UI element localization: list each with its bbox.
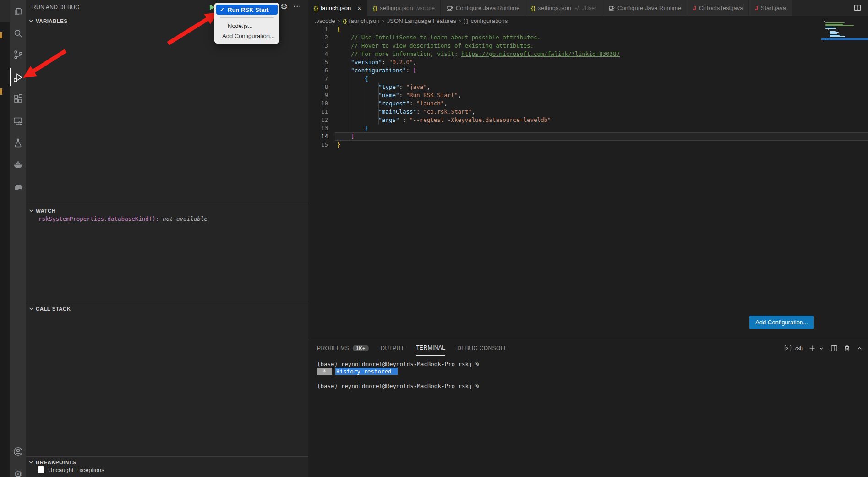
variables-section-label: VARIABLES	[36, 18, 67, 24]
code-token: "Run RSK Start"	[406, 92, 458, 99]
tab-label: settings.json	[538, 5, 571, 11]
breadcrumb-item[interactable]: JSON Language Features	[387, 17, 456, 24]
watch-section-header[interactable]: WATCH	[28, 206, 55, 215]
code-token: ,	[472, 108, 475, 115]
debug-gear-icon[interactable]: ⚙	[280, 2, 288, 12]
debug-more-actions-icon[interactable]: ⋯	[293, 1, 301, 11]
watch-expression-row[interactable]: rskSystemProperties.databaseKind(): not …	[38, 215, 207, 222]
line-number: 12	[308, 116, 328, 124]
add-configuration-button[interactable]: Add Configuration...	[749, 316, 814, 329]
code-line: "mainClass": "co.rsk.Start",	[337, 108, 620, 116]
minimap-line	[830, 32, 839, 33]
source-control-icon[interactable]	[12, 49, 24, 60]
tab-label: settings.json	[380, 5, 413, 11]
tab-start-java[interactable]: JStart.java	[749, 0, 792, 16]
panel-tab-debug-console[interactable]: DEBUG CONSOLE	[457, 340, 508, 356]
split-editor-icon[interactable]	[853, 4, 862, 14]
breadcrumb[interactable]: .vscode›{}launch.json›JSON Language Feat…	[315, 17, 508, 24]
editor-tab-bar: {}launch.json×{}settings.json.vscodeConf…	[308, 0, 868, 16]
remote-explorer-icon[interactable]	[12, 115, 24, 127]
code-line: {	[337, 25, 620, 33]
terminal-line: (base) reynoldmorel@Reynolds-MacBook-Pro…	[317, 383, 479, 390]
code-link[interactable]: https://go.microsoft.com/fwlink/?linkid=…	[461, 50, 620, 57]
tab-settings-json[interactable]: {}settings.json~/.../User	[525, 0, 602, 16]
menu-item-node-js-[interactable]: Node.js...	[216, 21, 278, 31]
minimap[interactable]	[824, 21, 867, 49]
line-number: 15	[308, 141, 328, 149]
terminal-output[interactable]: (base) reynoldmorel@Reynolds-MacBook-Pro…	[317, 361, 479, 390]
minimap-line	[825, 25, 854, 26]
account-icon[interactable]	[12, 446, 24, 457]
line-number: 5	[308, 58, 328, 66]
tab-settings-json[interactable]: {}settings.json.vscode	[367, 0, 441, 16]
check-icon: ✓	[220, 6, 225, 13]
code-token: :	[399, 116, 409, 123]
menu-item-add-configuration-[interactable]: Add Configuration...	[216, 31, 278, 41]
close-tab-icon[interactable]: ×	[357, 4, 361, 12]
menu-item-label: Run RSK Start	[228, 6, 269, 13]
uncaught-exceptions-checkbox[interactable]	[38, 466, 44, 473]
active-view-indicator	[10, 68, 11, 86]
panel-tab-problems[interactable]: PROBLEMS1K+	[317, 340, 369, 356]
new-terminal-icon[interactable]	[808, 345, 816, 352]
maximize-panel-icon[interactable]	[856, 345, 863, 352]
terminal-icon[interactable]	[784, 345, 792, 352]
settings-gear-icon[interactable]: ⚙	[12, 468, 24, 477]
breadcrumb-item[interactable]: .vscode	[315, 17, 335, 24]
tab-launch-json[interactable]: {}launch.json×	[308, 0, 367, 16]
minimap-line	[825, 22, 845, 23]
code-token: [	[413, 67, 417, 74]
minimap-line	[830, 33, 837, 34]
code-token: }	[365, 125, 368, 132]
testing-icon[interactable]	[12, 137, 24, 148]
tab-configure-java-runtime[interactable]: Configure Java Runtime	[602, 0, 687, 16]
code-token: "type"	[378, 83, 399, 90]
panel-toolbar: zsh	[784, 340, 863, 356]
gradle-icon[interactable]	[12, 181, 24, 192]
code-token: :	[399, 83, 406, 90]
panel-tab-output[interactable]: OUTPUT	[381, 340, 404, 356]
docker-icon[interactable]	[12, 159, 24, 170]
panel-tab-terminal[interactable]: TERMINAL	[416, 340, 445, 356]
panel-tab-label: OUTPUT	[381, 345, 404, 351]
java-runtime-cup-icon	[608, 5, 615, 11]
tab-clitoolstest-java[interactable]: JCliToolsTest.java	[687, 0, 749, 16]
minimap-line	[824, 40, 824, 41]
run-and-debug-icon[interactable]	[12, 72, 24, 83]
call-stack-section-header[interactable]: CALL STACK	[28, 304, 71, 313]
tab-configure-java-runtime[interactable]: Configure Java Runtime	[441, 0, 525, 16]
breadcrumb-separator: ›	[459, 17, 461, 24]
shell-label[interactable]: zsh	[794, 345, 803, 351]
code-indent	[337, 67, 351, 74]
variables-section-header[interactable]: VARIABLES	[28, 16, 67, 26]
code-line: "configurations": [	[337, 66, 620, 75]
code-token: "launch"	[416, 100, 444, 107]
line-number: 13	[308, 124, 328, 132]
debug-config-menu: ✓Run RSK StartNode.js...Add Configuratio…	[214, 3, 279, 44]
line-number: 14	[308, 132, 328, 141]
code-token: "0.2.0"	[389, 59, 413, 66]
code-indent	[337, 108, 378, 115]
code-editor[interactable]: { // Use IntelliSense to learn about pos…	[337, 25, 620, 149]
watch-section-label: WATCH	[36, 208, 55, 214]
json-braces-icon: {}	[343, 18, 347, 24]
split-terminal-icon[interactable]	[830, 345, 838, 352]
breadcrumb-item[interactable]: launch.json	[349, 17, 380, 24]
menu-divider	[220, 17, 274, 18]
code-line: // For more information, visit: https://…	[337, 50, 620, 58]
code-token: ,	[458, 92, 461, 99]
menu-item-run-rsk-start[interactable]: ✓Run RSK Start	[216, 5, 278, 15]
breakpoints-section-header[interactable]: BREAKPOINTS	[28, 458, 76, 467]
explorer-icon[interactable]	[12, 5, 24, 17]
chevron-down-icon[interactable]	[818, 345, 825, 352]
search-icon[interactable]	[12, 28, 24, 39]
trash-icon[interactable]	[843, 345, 851, 352]
code-indent	[337, 42, 351, 49]
breadcrumb-item[interactable]: configurations	[470, 17, 508, 24]
panel-tab-label: DEBUG CONSOLE	[457, 345, 508, 351]
minimap-line	[828, 29, 829, 30]
extensions-icon[interactable]	[12, 93, 24, 104]
line-number: 2	[308, 33, 328, 42]
code-token: // For more information, visit:	[351, 50, 461, 57]
tab-detail: ~/.../User	[574, 5, 596, 11]
